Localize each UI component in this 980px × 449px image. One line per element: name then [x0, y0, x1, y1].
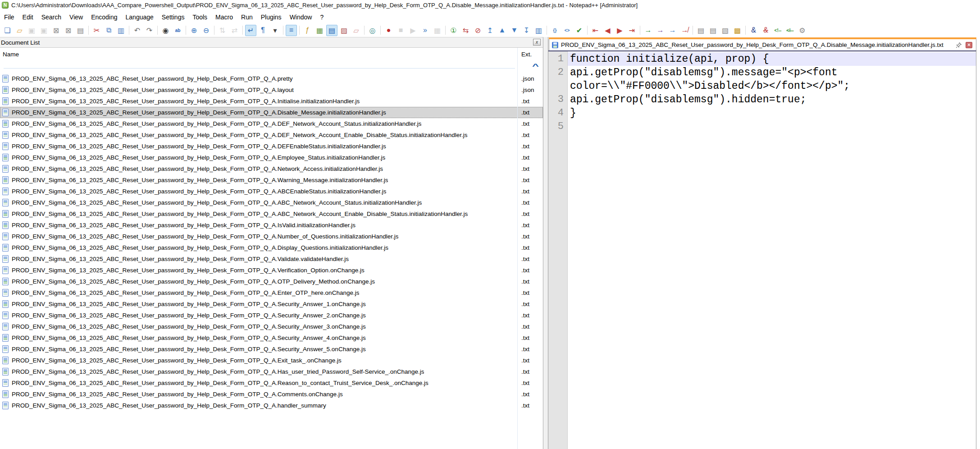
document-map-icon[interactable]: ▦ — [314, 25, 325, 36]
code-text[interactable] — [568, 120, 976, 133]
print-icon[interactable]: ▤ — [75, 25, 86, 36]
nav-forward-purple-icon[interactable]: → — [655, 25, 666, 36]
toolbar-customize-dropdown-icon[interactable]: ▾ — [269, 25, 281, 36]
file-row[interactable]: PROD_ENV_Sigma_06_13_2025_ABC_Reset_User… — [0, 186, 543, 197]
ampersand-convert-off-icon[interactable]: & — [760, 25, 771, 36]
show-all-characters-icon[interactable]: ¶ — [257, 25, 269, 36]
file-row[interactable]: PROD_ENV_Sigma_06_13_2025_ABC_Reset_User… — [0, 355, 543, 366]
monitoring-icon[interactable]: ◎ — [367, 25, 378, 36]
menu-settings[interactable]: Settings — [158, 10, 189, 23]
playback-prev-icon[interactable]: ◀ — [602, 25, 613, 36]
file-row[interactable]: PROD_ENV_Sigma_06_13_2025_ABC_Reset_User… — [0, 220, 543, 231]
nav-clear-icon[interactable]: ↛ — [679, 25, 690, 36]
compare-icon[interactable]: ⇆ — [460, 25, 471, 36]
editor-area[interactable]: 1function initialize(api, prop) {2api.ge… — [548, 50, 976, 449]
open-file-icon[interactable]: ▱ — [14, 25, 25, 36]
file-row[interactable]: PROD_ENV_Sigma_06_13_2025_ABC_Reset_User… — [0, 321, 543, 332]
cut-icon[interactable]: ✂ — [91, 25, 102, 36]
find-icon[interactable]: ◉ — [160, 25, 171, 36]
document-list-icon[interactable]: ▤ — [326, 25, 337, 36]
undo-icon[interactable]: ↶ — [132, 25, 143, 36]
file-row[interactable]: PROD_ENV_Sigma_06_13_2025_ABC_Reset_User… — [0, 265, 543, 276]
file-row[interactable]: PROD_ENV_Sigma_06_13_2025_ABC_Reset_User… — [0, 163, 543, 174]
doc-compare-2-icon[interactable]: ▤ — [707, 25, 719, 36]
code-text[interactable]: api.getProp("disablemsg").hidden=true; — [568, 93, 976, 106]
file-row[interactable]: PROD_ENV_Sigma_06_13_2025_ABC_Reset_User… — [0, 84, 543, 96]
playback-next-icon[interactable]: ▶ — [614, 25, 625, 36]
file-row[interactable]: PROD_ENV_Sigma_06_13_2025_ABC_Reset_User… — [0, 96, 543, 107]
redo-icon[interactable]: ↷ — [144, 25, 155, 36]
menu-view[interactable]: View — [65, 10, 87, 23]
record-macro-icon[interactable]: ● — [383, 25, 394, 36]
file-row[interactable]: PROD_ENV_Sigma_06_13_2025_ABC_Reset_User… — [0, 231, 543, 242]
doc-compare-1-icon[interactable]: ▤ — [695, 25, 707, 36]
doc-run-icon[interactable]: ▩ — [732, 25, 743, 36]
folder-as-workspace-icon[interactable]: ▱ — [351, 25, 362, 36]
close-all-icon[interactable]: ⊠ — [63, 25, 74, 36]
compare-set-first-icon[interactable]: ① — [448, 25, 459, 36]
prev-diff-icon[interactable]: ▲ — [497, 25, 508, 36]
file-row[interactable]: PROD_ENV_Sigma_06_13_2025_ABC_Reset_User… — [0, 366, 543, 377]
menu-edit[interactable]: Edit — [18, 10, 37, 23]
code-text[interactable]: color=\\"#FF0000\\">Disabled</b></font><… — [568, 79, 976, 93]
file-row[interactable]: PROD_ENV_Sigma_06_13_2025_ABC_Reset_User… — [0, 332, 543, 344]
menu-encoding[interactable]: Encoding — [87, 10, 121, 23]
menu-plugins[interactable]: Plugins — [257, 10, 286, 23]
file-row[interactable]: PROD_ENV_Sigma_06_13_2025_ABC_Reset_User… — [0, 73, 543, 84]
paste-icon[interactable]: ▥ — [115, 25, 127, 36]
file-row[interactable]: PROD_ENV_Sigma_06_13_2025_ABC_Reset_User… — [0, 152, 543, 163]
json-validate-icon[interactable]: ✔ — [574, 25, 585, 36]
file-row[interactable]: PROD_ENV_Sigma_06_13_2025_ABC_Reset_User… — [0, 174, 543, 186]
sort-ascending-icon[interactable]: ^ — [532, 62, 539, 70]
doc-search-icon[interactable]: ▧ — [720, 25, 731, 36]
code-text[interactable]: api.getProp("disablemsg").message="<p><f… — [568, 66, 976, 79]
menu-run[interactable]: Run — [237, 10, 257, 23]
file-row[interactable]: PROD_ENV_Sigma_06_13_2025_ABC_Reset_User… — [0, 141, 543, 152]
file-row[interactable]: PROD_ENV_Sigma_06_13_2025_ABC_Reset_User… — [0, 310, 543, 321]
file-row[interactable]: PROD_ENV_Sigma_06_13_2025_ABC_Reset_User… — [0, 253, 543, 265]
file-row[interactable]: PROD_ENV_Sigma_06_13_2025_ABC_Reset_User… — [0, 118, 543, 129]
menu-language[interactable]: Language — [122, 10, 158, 23]
menu-tools[interactable]: Tools — [188, 10, 211, 23]
menu-help[interactable]: ? — [316, 10, 328, 23]
nav-forward-green-icon[interactable]: → — [643, 25, 654, 36]
menu-search[interactable]: Search — [37, 10, 65, 23]
file-row[interactable]: PROD_ENV_Sigma_06_13_2025_ABC_Reset_User… — [0, 107, 543, 118]
last-diff-icon[interactable]: ↧ — [521, 25, 532, 36]
comment-remove-icon[interactable]: <!-- — [784, 25, 796, 36]
tab-close-button[interactable]: × — [966, 42, 972, 48]
zoom-out-icon[interactable]: ⊖ — [201, 25, 212, 36]
nav-forward-blue-icon[interactable]: → — [667, 25, 678, 36]
file-row[interactable]: PROD_ENV_Sigma_06_13_2025_ABC_Reset_User… — [0, 208, 543, 220]
code-text[interactable]: } — [568, 106, 976, 120]
plugin-options-icon[interactable]: ⚙ — [797, 25, 808, 36]
file-row[interactable]: PROD_ENV_Sigma_06_13_2025_ABC_Reset_User… — [0, 242, 543, 253]
column-header-name[interactable]: Name — [3, 51, 19, 58]
column-header-ext[interactable]: Ext. — [521, 51, 532, 58]
close-file-icon[interactable]: ⊠ — [50, 25, 62, 36]
next-diff-icon[interactable]: ▼ — [509, 25, 520, 36]
file-row[interactable]: PROD_ENV_Sigma_06_13_2025_ABC_Reset_User… — [0, 389, 543, 400]
copy-icon[interactable]: ⧉ — [103, 25, 114, 36]
code-text[interactable]: function initialize(api, prop) { — [568, 52, 976, 66]
json-viewer-icon[interactable]: <> — [561, 25, 573, 36]
file-row[interactable]: PROD_ENV_Sigma_06_13_2025_ABC_Reset_User… — [0, 197, 543, 208]
file-browser-icon[interactable]: ▨ — [338, 25, 350, 36]
file-row[interactable]: PROD_ENV_Sigma_06_13_2025_ABC_Reset_User… — [0, 298, 543, 310]
indent-guide-icon[interactable]: ≡ — [286, 25, 297, 36]
word-wrap-icon[interactable]: ↵ — [245, 25, 256, 36]
json-format-icon[interactable]: {} — [549, 25, 561, 36]
compare-clear-icon[interactable]: ⊘ — [472, 25, 483, 36]
panel-splitter[interactable] — [544, 37, 548, 449]
playback-last-icon[interactable]: ⇥ — [626, 25, 638, 36]
compare-nav-bar-icon[interactable]: ▥ — [533, 25, 544, 36]
pin-icon[interactable] — [956, 42, 962, 48]
first-diff-icon[interactable]: ↥ — [484, 25, 496, 36]
replace-icon[interactable]: ab — [172, 25, 183, 36]
menu-macro[interactable]: Macro — [211, 10, 237, 23]
file-row[interactable]: PROD_ENV_Sigma_06_13_2025_ABC_Reset_User… — [0, 129, 543, 141]
new-file-icon[interactable]: ❏ — [2, 25, 13, 36]
editor-tab[interactable]: PROD_ENV_Sigma_06_13_2025_ABC_Reset_User… — [549, 37, 976, 50]
menu-window[interactable]: Window — [286, 10, 316, 23]
file-row[interactable]: PROD_ENV_Sigma_06_13_2025_ABC_Reset_User… — [0, 287, 543, 298]
